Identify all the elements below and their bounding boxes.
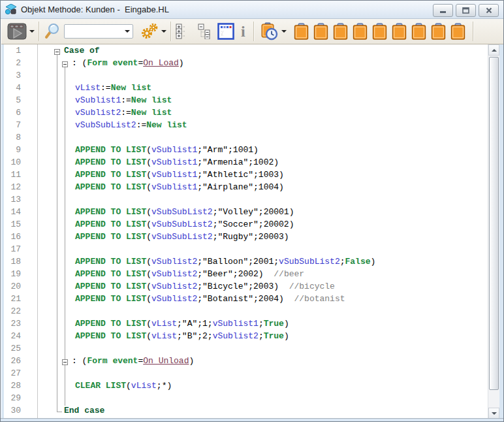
code-text: APPEND TO LIST(vSublist1;"Arm";1001) bbox=[35, 145, 488, 157]
line-number: 18 bbox=[4, 257, 35, 269]
settings-dropdown-chevron[interactable] bbox=[161, 30, 166, 33]
code-line[interactable]: 18APPEND TO LIST(vSublist2;"Balloon";200… bbox=[4, 257, 488, 269]
clipboard-button-9[interactable] bbox=[450, 23, 466, 41]
code-line[interactable]: 28CLEAR LIST(vList;*) bbox=[4, 381, 488, 393]
code-line[interactable]: 3 bbox=[4, 71, 488, 83]
line-number: 2 bbox=[4, 58, 35, 71]
search-dropdown-chevron[interactable] bbox=[125, 30, 130, 33]
code-text bbox=[35, 306, 488, 319]
code-line[interactable]: 29 bbox=[4, 393, 488, 406]
code-line[interactable]: 14APPEND TO LIST(vSubSubList2;"Volley";2… bbox=[4, 207, 488, 219]
code-line[interactable]: 1Case of bbox=[4, 46, 488, 58]
scroll-down-button[interactable] bbox=[488, 408, 499, 419]
code-line[interactable]: 6vSublist2:=New list bbox=[4, 108, 488, 120]
code-token: ; bbox=[259, 319, 264, 329]
code-token: APPEND TO LIST bbox=[75, 294, 146, 304]
code-line[interactable]: 5vSublist1:=New list bbox=[4, 95, 488, 108]
execute-method-button[interactable] bbox=[7, 22, 35, 41]
code-text: APPEND TO LIST(vList;"A";1;vSublist1;Tru… bbox=[35, 319, 488, 331]
clipboard-button-3[interactable] bbox=[332, 23, 349, 41]
code-token: ( bbox=[146, 170, 151, 180]
fold-collapse-icon[interactable] bbox=[54, 49, 60, 55]
code-token: ( bbox=[146, 269, 151, 279]
info-icon: i bbox=[241, 24, 245, 39]
code-text: APPEND TO LIST(vSubSubList2;"Volley";200… bbox=[35, 207, 488, 219]
scroll-up-button[interactable] bbox=[488, 44, 499, 56]
code-text: APPEND TO LIST(vSublist1;"Athletic";1003… bbox=[35, 170, 488, 182]
search-button[interactable] bbox=[44, 23, 61, 40]
code-text bbox=[35, 195, 488, 207]
code-token: vSubSubList2 bbox=[151, 219, 213, 229]
close-button[interactable] bbox=[479, 4, 499, 17]
code-line[interactable]: 16APPEND TO LIST(vSubSubList2;"Rugby";20… bbox=[4, 232, 488, 244]
minimize-button[interactable] bbox=[433, 4, 453, 17]
clipboard-group bbox=[293, 23, 466, 41]
code-token: := bbox=[101, 83, 111, 93]
code-token: CLEAR LIST bbox=[75, 381, 126, 391]
code-line[interactable]: 8 bbox=[4, 133, 488, 145]
code-line[interactable]: 20APPEND TO LIST(vSublist2;"Bicycle";200… bbox=[4, 282, 488, 294]
arrow-up-icon bbox=[492, 49, 497, 52]
title-bar[interactable]: Objekt Methode: Kunden - Eingabe.HL bbox=[1, 1, 503, 19]
code-line[interactable]: 30End case bbox=[4, 406, 488, 418]
clipboard-button-2[interactable] bbox=[313, 23, 329, 41]
code-token: APPEND TO LIST bbox=[75, 232, 146, 242]
run-dropdown-chevron[interactable] bbox=[29, 30, 35, 33]
code-token: New list bbox=[131, 95, 172, 105]
code-line[interactable]: 7vSubSubList2:=New list bbox=[4, 120, 488, 133]
code-line[interactable]: 26: (Form event=On Unload) bbox=[4, 356, 488, 368]
code-token: : ( bbox=[72, 356, 87, 366]
clipboard-button-1[interactable] bbox=[293, 23, 309, 41]
code-line[interactable]: 9APPEND TO LIST(vSublist1;"Arm";1001) bbox=[4, 145, 488, 157]
code-text: Case of bbox=[35, 46, 488, 58]
code-line[interactable]: 13 bbox=[4, 195, 488, 207]
clipboard-history-chevron[interactable] bbox=[281, 30, 287, 33]
settings-button[interactable] bbox=[140, 22, 166, 41]
info-button[interactable]: i bbox=[241, 24, 245, 39]
code-area[interactable]: 1Case of2: (Form event=On Load)34vList:=… bbox=[4, 44, 488, 419]
clipboard-button-8[interactable] bbox=[430, 23, 447, 41]
code-token: vSublist2 bbox=[75, 108, 121, 118]
code-line[interactable]: 15APPEND TO LIST(vSubSubList2;"Soccer";2… bbox=[4, 219, 488, 232]
code-line[interactable]: 11APPEND TO LIST(vSublist1;"Athletic";10… bbox=[4, 170, 488, 182]
code-token: ;"Bicycle";2003) bbox=[197, 282, 279, 291]
collapse-all-button[interactable] bbox=[198, 24, 212, 39]
clipboard-button-5[interactable] bbox=[371, 23, 388, 41]
code-line[interactable]: 10APPEND TO LIST(vSublist1;"Armenia";100… bbox=[4, 157, 488, 170]
code-line[interactable]: 24APPEND TO LIST(vList;"B";2;vSublist2;T… bbox=[4, 331, 488, 344]
expand-all-button[interactable] bbox=[176, 24, 189, 39]
clipboard-history-button[interactable] bbox=[260, 22, 287, 41]
code-line[interactable]: 22 bbox=[4, 306, 488, 319]
code-line[interactable]: 27 bbox=[4, 368, 488, 381]
clipboard-button-4[interactable] bbox=[352, 23, 368, 41]
code-token: vList bbox=[151, 331, 177, 341]
fold-collapse-icon[interactable] bbox=[62, 61, 68, 67]
code-token: := bbox=[136, 120, 147, 130]
maximize-button[interactable] bbox=[456, 4, 476, 17]
code-token: := bbox=[121, 95, 131, 105]
scrollbar-track[interactable] bbox=[488, 390, 499, 408]
code-token: ( bbox=[146, 157, 151, 167]
code-line[interactable]: 19APPEND TO LIST(vSublist2;"Beer";2002) … bbox=[4, 269, 488, 282]
code-line[interactable]: 12APPEND TO LIST(vSublist1;"Airplane";10… bbox=[4, 182, 488, 195]
code-line[interactable]: 17 bbox=[4, 244, 488, 257]
code-line[interactable]: 21APPEND TO LIST(vSublist2;"Botanist";20… bbox=[4, 294, 488, 306]
clipboard-button-7[interactable] bbox=[411, 23, 427, 41]
code-line[interactable]: 2: (Form event=On Load) bbox=[4, 58, 488, 71]
collapse-all-icon bbox=[198, 24, 212, 39]
macros-button[interactable] bbox=[217, 23, 234, 40]
code-token: ; bbox=[340, 257, 345, 267]
code-line[interactable]: 23APPEND TO LIST(vList;"A";1;vSublist1;T… bbox=[4, 319, 488, 331]
code-line[interactable]: 25 bbox=[4, 344, 488, 356]
fold-collapse-icon[interactable] bbox=[62, 359, 68, 365]
clipboard-icon bbox=[450, 23, 466, 41]
search-input[interactable] bbox=[65, 26, 123, 37]
code-token: //bicycle bbox=[279, 282, 335, 291]
clipboard-button-6[interactable] bbox=[391, 23, 407, 41]
vertical-scrollbar[interactable] bbox=[488, 44, 499, 419]
line-number: 10 bbox=[4, 157, 35, 170]
code-line[interactable]: 4vList:=New list bbox=[4, 83, 488, 95]
search-combobox[interactable] bbox=[64, 24, 133, 39]
scrollbar-thumb[interactable] bbox=[489, 57, 499, 390]
code-token: ; bbox=[259, 331, 264, 341]
